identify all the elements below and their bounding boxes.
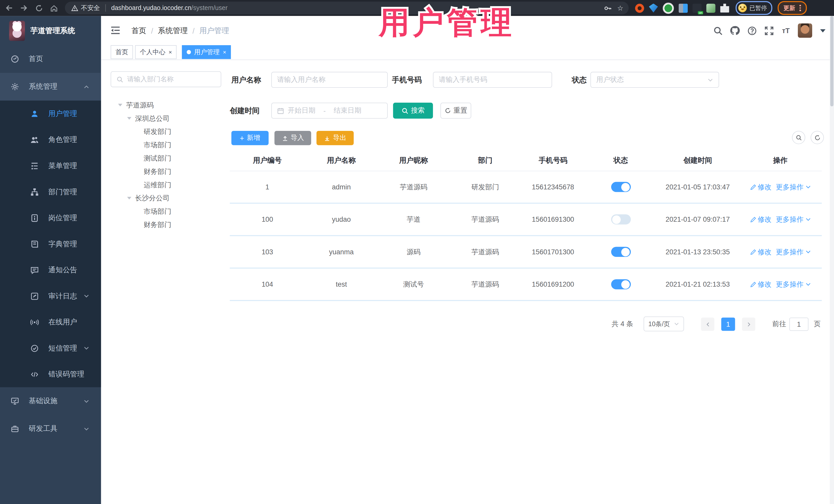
extension-key-icon[interactable]	[706, 3, 716, 12]
page-scrollbar[interactable]	[830, 16, 834, 504]
sidebar-item-menu-mgmt[interactable]: 菜单管理	[0, 153, 101, 179]
page-size-select[interactable]: 10条/页	[643, 316, 684, 331]
import-button[interactable]: 导入	[275, 131, 311, 145]
tree-node[interactable]: 运维部门	[111, 178, 222, 192]
tree-node[interactable]: 财务部门	[111, 218, 222, 232]
add-button[interactable]: + 新增	[232, 131, 269, 145]
browser-profile-chip[interactable]: 已暂停	[736, 1, 772, 15]
status-toggle[interactable]	[611, 279, 631, 289]
page-number-current[interactable]: 1	[721, 317, 735, 331]
more-actions-link[interactable]: 更多操作	[776, 215, 811, 224]
browser-reload-icon[interactable]	[33, 2, 45, 14]
sidebar-item-error-code[interactable]: 错误码管理	[0, 361, 101, 387]
password-key-icon[interactable]	[604, 4, 612, 12]
url-path[interactable]: /system/user	[192, 4, 227, 12]
extension-green-y-icon[interactable]	[663, 2, 674, 14]
collapse-sidebar-icon[interactable]	[110, 25, 120, 36]
sidebar-item-post-mgmt[interactable]: 岗位管理	[0, 205, 101, 231]
tree-node[interactable]: 深圳总公司	[111, 112, 222, 125]
browser-update-button[interactable]: 更新	[777, 1, 807, 15]
extensions-puzzle-icon[interactable]	[720, 3, 729, 12]
status-toggle[interactable]	[611, 247, 631, 257]
header-search-icon[interactable]	[712, 25, 723, 36]
sidebar-item-system[interactable]: 系统管理	[0, 73, 101, 101]
export-button[interactable]: 导出	[316, 131, 354, 145]
edit-link[interactable]: 修改	[750, 280, 772, 289]
sidebar-item-user-mgmt[interactable]: 用户管理	[0, 101, 101, 127]
edit-link[interactable]: 修改	[750, 215, 772, 224]
font-size-icon[interactable]: тT	[781, 25, 791, 36]
breadcrumb-item[interactable]: 首页	[131, 26, 146, 36]
tab-close-icon[interactable]: ×	[223, 49, 226, 56]
more-actions-link[interactable]: 更多操作	[776, 247, 811, 257]
tree-node-label: 芋道源码	[126, 100, 154, 110]
not-secure-warning-icon[interactable]	[71, 5, 78, 12]
status-toggle[interactable]	[611, 214, 631, 224]
status-toggle[interactable]	[611, 182, 631, 192]
caret-down-icon[interactable]	[118, 104, 123, 106]
fullscreen-icon[interactable]	[764, 25, 774, 36]
caret-down-icon[interactable]	[127, 117, 131, 119]
table-search-toggle-button[interactable]	[792, 131, 805, 144]
bookmark-star-icon[interactable]: ☆	[617, 4, 623, 12]
browser-menu-icon[interactable]	[799, 5, 800, 11]
extensions-row: on	[635, 2, 729, 14]
app-logo-row[interactable]: 芋道管理系统	[0, 16, 101, 45]
search-button[interactable]: 搜索	[393, 103, 433, 118]
goto-page-input[interactable]: 1	[789, 317, 809, 331]
tree-node[interactable]: 研发部门	[111, 125, 222, 138]
pagination: 共 4 条 10条/页 1 前往 1 页	[230, 316, 822, 331]
sidebar-item-dev-tools[interactable]: 研发工具	[0, 415, 101, 443]
caret-down-icon[interactable]	[127, 197, 131, 199]
breadcrumb-item[interactable]: 系统管理	[158, 26, 188, 36]
tree-node[interactable]: 市场部门	[111, 205, 222, 218]
extension-gem-icon[interactable]	[649, 3, 658, 12]
mobile-input[interactable]: 请输入手机号码	[433, 72, 552, 88]
sidebar-item-dept-mgmt[interactable]: 部门管理	[0, 179, 101, 205]
dept-search-input[interactable]: 请输入部门名称	[111, 71, 221, 87]
edit-link[interactable]: 修改	[750, 182, 772, 192]
browser-forward-icon[interactable]	[18, 2, 30, 14]
sidebar-item-dict-mgmt[interactable]: 字典管理	[0, 231, 101, 257]
extension-orange-icon[interactable]	[635, 3, 644, 12]
more-actions-link[interactable]: 更多操作	[776, 280, 811, 289]
github-icon[interactable]	[730, 25, 740, 36]
sidebar-item-audit-log[interactable]: 审计日志	[0, 283, 101, 309]
browser-home-icon[interactable]	[48, 2, 60, 14]
table-refresh-button[interactable]	[811, 131, 824, 144]
more-actions-link[interactable]: 更多操作	[776, 182, 811, 192]
sidebar-item-notice[interactable]: 通知公告	[0, 257, 101, 283]
extension-grid-icon[interactable]	[679, 3, 688, 12]
help-icon[interactable]	[747, 25, 757, 36]
cell-nickname: 芋道	[378, 215, 449, 224]
url-host[interactable]: dashboard.yudao.iocoder.cn	[111, 4, 192, 12]
tree-node[interactable]: 财务部门	[111, 165, 222, 178]
security-label[interactable]: 不安全	[81, 3, 100, 12]
user-avatar[interactable]	[798, 23, 812, 38]
sidebar-item-home[interactable]: 首页	[0, 45, 101, 73]
reset-button[interactable]: 重置	[440, 103, 471, 118]
tab-close-icon[interactable]: ×	[169, 49, 172, 56]
sidebar-item-online-users[interactable]: 在线用户	[0, 309, 101, 335]
tab-home[interactable]: 首页	[111, 45, 133, 59]
address-bar[interactable]: 不安全 dashboard.yudao.iocoder.cn/system/us…	[65, 2, 629, 14]
createtime-range-input[interactable]: 开始日期 - 结束日期	[271, 103, 388, 118]
tree-node[interactable]: 市场部门	[111, 138, 222, 152]
tab-user-mgmt[interactable]: 用户管理 ×	[182, 45, 231, 59]
sidebar-item-role-mgmt[interactable]: 角色管理	[0, 127, 101, 153]
prev-page-button[interactable]	[701, 317, 715, 331]
tree-node[interactable]: 测试部门	[111, 152, 222, 165]
tree-node[interactable]: 长沙分公司	[111, 192, 222, 205]
status-select[interactable]: 用户状态	[591, 72, 719, 88]
sidebar-item-sms-mgmt[interactable]: 短信管理	[0, 335, 101, 361]
edit-link[interactable]: 修改	[750, 247, 772, 257]
next-page-button[interactable]	[742, 317, 755, 331]
extension-list-on-icon[interactable]: on	[693, 3, 702, 12]
scrollbar-thumb[interactable]	[830, 16, 833, 106]
sidebar-item-infra[interactable]: 基础设施	[0, 387, 101, 415]
tree-node[interactable]: 芋道源码	[111, 98, 222, 112]
avatar-caret-down-icon[interactable]	[820, 29, 826, 32]
browser-back-icon[interactable]	[3, 2, 15, 14]
tab-profile[interactable]: 个人中心 ×	[135, 45, 177, 59]
username-input[interactable]: 请输入用户名称	[271, 72, 388, 88]
